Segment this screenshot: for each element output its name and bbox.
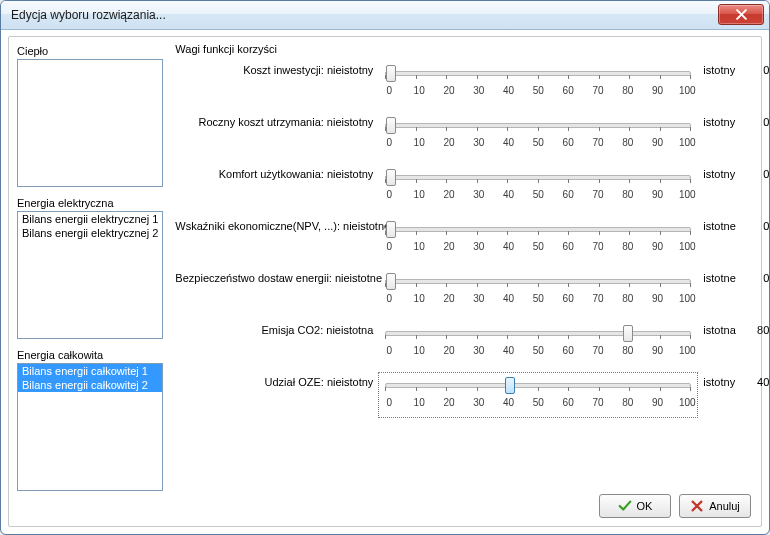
slider[interactable]: 0102030405060708090100 <box>379 217 697 261</box>
slider-right-word: istotny <box>697 373 747 388</box>
cancel-icon <box>690 499 704 513</box>
slider-value: 0 <box>747 113 769 128</box>
dialog-buttons: OK Anuluj <box>599 494 751 518</box>
heat-listbox[interactable] <box>17 59 163 187</box>
slider[interactable]: 0102030405060708090100 <box>379 113 697 157</box>
slider-row: Emisja CO2: nieistotna010203040506070809… <box>175 321 769 373</box>
slider-right-word: istotne <box>697 217 747 232</box>
slider-thumb[interactable] <box>386 169 396 186</box>
slider-right-word: istotna <box>697 321 747 336</box>
list-item[interactable]: Bilans energii elektrycznej 1 <box>18 212 162 226</box>
slider-row: Udział OZE: nieistotny010203040506070809… <box>175 373 769 425</box>
slider-value: 0 <box>747 61 769 76</box>
weights-group-title: Wagi funkcji korzyści <box>175 43 769 55</box>
slider-row: Komfort użytkowania: nieistotny010203040… <box>175 165 769 217</box>
slider-thumb[interactable] <box>386 117 396 134</box>
slider-row: Wskaźniki ekonomiczne(NPV, ...): nieisto… <box>175 217 769 269</box>
ok-button[interactable]: OK <box>599 494 671 518</box>
content: Ciepło Energia elektryczna Bilans energi… <box>9 37 761 486</box>
heat-label: Ciepło <box>17 45 163 57</box>
slider-value: 0 <box>747 217 769 232</box>
slider-thumb[interactable] <box>505 377 515 394</box>
window-close-button[interactable] <box>718 4 764 25</box>
slider-label: Roczny koszt utrzymania: nieistotny <box>175 113 379 128</box>
slider-thumb[interactable] <box>386 273 396 290</box>
slider-value: 80 <box>747 321 769 336</box>
slider-thumb[interactable] <box>386 221 396 238</box>
slider-label: Wskaźniki ekonomiczne(NPV, ...): nieisto… <box>175 217 379 232</box>
total-label: Energia całkowita <box>17 349 163 361</box>
ok-label: OK <box>637 500 653 512</box>
left-column: Ciepło Energia elektryczna Bilans energi… <box>9 37 171 486</box>
slider[interactable]: 0102030405060708090100 <box>379 321 697 365</box>
list-item[interactable]: Bilans energii całkowitej 1 <box>18 364 162 378</box>
slider[interactable]: 0102030405060708090100 <box>379 373 697 417</box>
slider[interactable]: 0102030405060708090100 <box>379 269 697 313</box>
dialog-window: Edycja wyboru rozwiązania... Ciepło Ener… <box>0 0 770 535</box>
slider-value: 0 <box>747 269 769 284</box>
slider-value: 0 <box>747 165 769 180</box>
slider-row: Koszt inwestycji: nieistotny010203040506… <box>175 61 769 113</box>
slider-row: Bezpieczeństwo dostaw energii: nieistotn… <box>175 269 769 321</box>
elec-label: Energia elektryczna <box>17 197 163 209</box>
cancel-label: Anuluj <box>709 500 740 512</box>
slider-label: Emisja CO2: nieistotna <box>175 321 379 336</box>
client-area: Ciepło Energia elektryczna Bilans energi… <box>8 36 762 527</box>
list-item[interactable]: Bilans energii całkowitej 2 <box>18 378 162 392</box>
slider-label: Udział OZE: nieistotny <box>175 373 379 388</box>
slider-value: 40 <box>747 373 769 388</box>
slider-right-word: istotny <box>697 61 747 76</box>
right-column: Wagi funkcji korzyści Koszt inwestycji: … <box>171 37 770 486</box>
slider-row: Roczny koszt utrzymania: nieistotny01020… <box>175 113 769 165</box>
total-listbox[interactable]: Bilans energii całkowitej 1Bilans energi… <box>17 363 163 491</box>
slider-right-word: istotny <box>697 165 747 180</box>
slider-right-word: istotny <box>697 113 747 128</box>
slider-label: Komfort użytkowania: nieistotny <box>175 165 379 180</box>
slider-label: Bezpieczeństwo dostaw energii: nieistotn… <box>175 269 379 284</box>
slider[interactable]: 0102030405060708090100 <box>379 165 697 209</box>
check-icon <box>618 499 632 513</box>
close-icon <box>736 9 747 20</box>
slider-thumb[interactable] <box>623 325 633 342</box>
slider[interactable]: 0102030405060708090100 <box>379 61 697 105</box>
titlebar: Edycja wyboru rozwiązania... <box>1 1 769 30</box>
sliders-container: Koszt inwestycji: nieistotny010203040506… <box>175 61 769 425</box>
slider-thumb[interactable] <box>386 65 396 82</box>
cancel-button[interactable]: Anuluj <box>679 494 751 518</box>
elec-listbox[interactable]: Bilans energii elektrycznej 1Bilans ener… <box>17 211 163 339</box>
window-title: Edycja wyboru rozwiązania... <box>11 8 166 22</box>
slider-right-word: istotne <box>697 269 747 284</box>
list-item[interactable]: Bilans energii elektrycznej 2 <box>18 226 162 240</box>
slider-label: Koszt inwestycji: nieistotny <box>175 61 379 76</box>
